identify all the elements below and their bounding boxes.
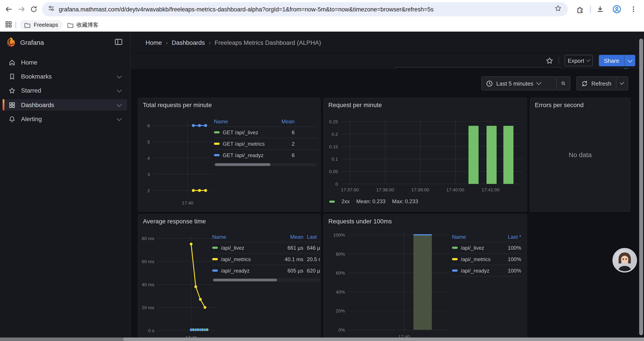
axis-tick-label: 100% xyxy=(333,232,345,237)
url-bar[interactable]: grafana.mathmast.com/d/deytv4rwavabkb/fr… xyxy=(42,2,568,16)
toolbar-divider xyxy=(590,6,591,13)
back-icon[interactable] xyxy=(3,4,14,15)
bookmarks-bar: Freeleaps 收藏博客 xyxy=(0,19,644,32)
legend-scrollbar[interactable] xyxy=(212,278,320,282)
bookmark-folder-blogs[interactable]: 收藏博客 xyxy=(62,20,103,30)
legend-series-name[interactable]: GET /api/_readyz xyxy=(223,152,274,158)
requests-under-100ms-chart: 100%80%60%40%20%0%17:40 xyxy=(326,226,451,341)
browser-menu-icon[interactable] xyxy=(628,4,639,15)
forward-icon[interactable] xyxy=(16,4,27,15)
legend-row: GET /api/_livez6 xyxy=(214,126,318,138)
legend-series-name[interactable]: /api/_readyz xyxy=(221,267,277,274)
share-dropdown-button[interactable] xyxy=(624,55,635,66)
legend-series-name[interactable]: /api/_metrics xyxy=(461,256,498,262)
download-icon[interactable] xyxy=(594,4,606,15)
favorite-star-icon[interactable] xyxy=(546,57,553,66)
folder-icon xyxy=(67,22,74,28)
legend-col-header[interactable]: Mean xyxy=(274,119,294,125)
legend-row: /api/_readyz605 µs620 µs xyxy=(212,265,320,276)
chevron-down-icon[interactable] xyxy=(117,74,122,79)
breadcrumb-separator: › xyxy=(209,40,211,46)
legend-scrollbar-thumb[interactable] xyxy=(215,163,271,166)
refresh-button[interactable]: Refresh xyxy=(576,76,616,90)
legend-series-name[interactable]: /api/_readyz xyxy=(461,267,498,274)
legend-col-header[interactable]: Name xyxy=(214,119,274,125)
no-data-message: No data xyxy=(530,98,630,211)
grafana-logo-icon[interactable] xyxy=(6,37,16,49)
series-color-pill xyxy=(452,258,458,260)
sidebar-item-alerting[interactable]: Alerting xyxy=(3,113,127,125)
chevron-down-icon[interactable] xyxy=(117,102,122,107)
assistant-avatar-widget[interactable] xyxy=(612,248,637,272)
axis-tick-label: 3 xyxy=(147,172,150,177)
export-button[interactable]: Export xyxy=(565,55,593,66)
panel-title[interactable]: Average response time xyxy=(143,218,206,225)
axis-tick-label: 17:40 xyxy=(182,200,194,205)
legend-scrollbar[interactable] xyxy=(214,163,318,166)
axis-tick-label: 20% xyxy=(336,308,345,313)
breadcrumb-home[interactable]: Home xyxy=(146,39,162,46)
profile-icon[interactable] xyxy=(611,4,622,15)
refresh-interval-dropdown[interactable] xyxy=(616,76,628,90)
reload-icon[interactable] xyxy=(28,4,40,15)
legend-series-name[interactable]: /api/_livez xyxy=(461,245,498,251)
legend-series-name[interactable]: GET /api/_livez xyxy=(223,129,274,135)
legend-series-name[interactable]: /api/_metrics xyxy=(221,256,277,262)
panel-title[interactable]: Requests under 100ms xyxy=(328,218,392,225)
bookmark-folder-freeleaps[interactable]: Freeleaps xyxy=(20,20,62,30)
vertical-scrollbar[interactable] xyxy=(639,39,643,335)
legend-col-header[interactable]: Name xyxy=(212,234,277,240)
axis-tick-label: 0 s xyxy=(148,328,154,333)
sidebar-item-dashboards[interactable]: Dashboards xyxy=(3,99,127,111)
horizontal-scrollbar-thumb[interactable] xyxy=(123,337,644,341)
active-item-accent xyxy=(3,99,4,111)
zoom-out-button[interactable] xyxy=(556,76,570,90)
axis-tick-label: 40% xyxy=(336,289,345,294)
time-range-picker[interactable]: Last 5 minutes xyxy=(481,76,557,90)
legend-value: 620 µs xyxy=(307,267,320,274)
series-color-pill xyxy=(452,269,458,272)
site-info-icon[interactable] xyxy=(48,5,54,13)
share-button-label[interactable]: Share xyxy=(599,55,624,66)
chevron-down-icon xyxy=(628,58,632,63)
legend-value: 20.5 ms xyxy=(307,256,320,262)
folder-icon xyxy=(24,22,31,28)
extensions-icon[interactable] xyxy=(574,4,586,15)
total-requests-chart: 6543217:40 xyxy=(140,110,215,209)
breadcrumb-current: Freeleaps Metrics Dashboard (ALPHA) xyxy=(214,39,321,46)
sidebar-item-home[interactable]: Home xyxy=(3,57,127,68)
legend-value: 40.1 ms xyxy=(277,256,303,262)
mega-menu-toggle-icon[interactable] xyxy=(115,39,122,47)
legend-series-name[interactable]: GET /api/_metrics xyxy=(223,141,274,147)
breadcrumb-dashboards[interactable]: Dashboards xyxy=(172,39,205,46)
legend-series-name[interactable]: 2xx xyxy=(342,198,350,204)
series-color-pill xyxy=(212,258,218,260)
chevron-down-icon[interactable] xyxy=(117,88,122,93)
bookmark-star-icon[interactable] xyxy=(554,5,562,14)
panel-title[interactable]: Total requests per minute xyxy=(143,101,212,108)
panel-request-per-minute: Request per minute 0.250.20.150.10.05017… xyxy=(324,98,527,212)
panel-total-requests-per-minute: Total requests per minute 6543217:40 Nam… xyxy=(138,98,320,212)
legend-col-header[interactable]: Last xyxy=(307,234,320,240)
legend-series-name[interactable]: /api/_livez xyxy=(221,245,277,251)
legend-value: 2 xyxy=(274,141,294,147)
apps-grid-icon[interactable] xyxy=(5,21,12,29)
legend-table: NameMeanLast/api/_livez661 µs646 µs/api/… xyxy=(212,232,320,282)
sidebar-item-starred[interactable]: Starred xyxy=(3,85,127,96)
legend-scrollbar-thumb[interactable] xyxy=(213,279,277,281)
browser-toolbar: grafana.mathmast.com/d/deytv4rwavabkb/fr… xyxy=(0,0,644,19)
url-text[interactable]: grafana.mathmast.com/d/deytv4rwavabkb/fr… xyxy=(59,6,551,13)
share-button[interactable]: Share xyxy=(599,55,635,66)
bookmark-label: Freeleaps xyxy=(34,22,58,28)
chevron-down-icon[interactable] xyxy=(117,116,122,121)
grafana-header: Grafana Home›Dashboards›Freeleaps Metric… xyxy=(0,32,644,53)
chevron-down-icon xyxy=(620,80,624,85)
horizontal-scrollbar[interactable] xyxy=(0,337,644,341)
legend-value: 100% xyxy=(498,245,521,251)
sidebar-item-bookmarks[interactable]: Bookmarks xyxy=(3,71,127,82)
dashboards-icon xyxy=(9,102,15,108)
legend-col-header[interactable]: Last * xyxy=(498,234,521,240)
legend-col-header[interactable]: Name xyxy=(452,234,498,240)
axis-tick-label: 2 xyxy=(147,188,150,193)
legend-col-header[interactable]: Mean xyxy=(277,234,303,240)
